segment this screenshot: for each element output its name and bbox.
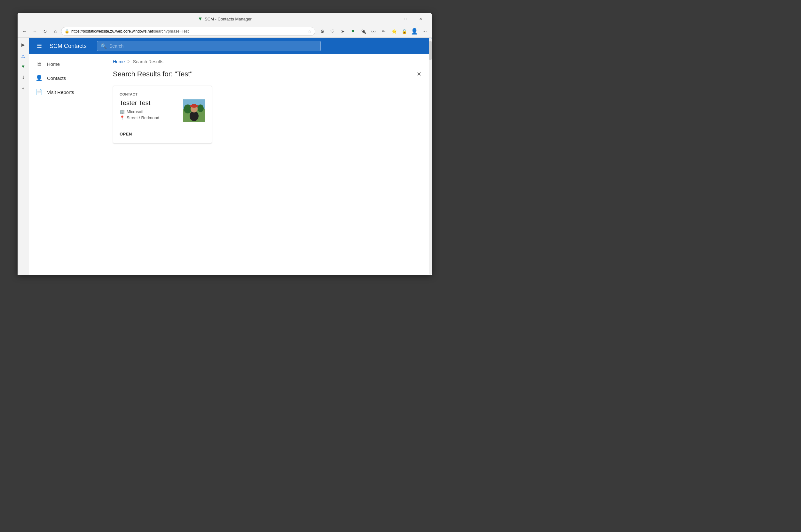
browser-sidebar-strip: ▶ △ ▼ ⇓ +: [18, 38, 29, 275]
search-results-title: Search Results for: "Test": [113, 70, 193, 78]
nav-label-visit-reports: Visit Reports: [47, 90, 74, 95]
search-results-container: Search Results for: "Test" ✕ CONTACT Tes…: [105, 69, 432, 275]
minimize-button[interactable]: −: [382, 14, 397, 24]
nav-item-home[interactable]: 🖥 Home: [29, 57, 105, 71]
lock-icon: 🔒: [65, 29, 69, 34]
breadcrumb: Home > Search Results: [105, 54, 432, 69]
browser-title-text: SCM - Contacts Manager: [205, 17, 252, 21]
avatar-image: [183, 99, 205, 122]
contact-card: CONTACT Tester Test 🏢 Microsoft: [113, 86, 212, 144]
main-content: Home > Search Results Search Results for…: [105, 54, 432, 275]
company-icon: 🏢: [120, 109, 125, 114]
toolbar-icon-shield[interactable]: 🛡: [328, 27, 337, 36]
sidebar-strip-icon-add[interactable]: +: [19, 84, 28, 93]
back-button[interactable]: ←: [20, 27, 29, 36]
sidebar-strip-icon-1[interactable]: ▶: [19, 40, 28, 49]
browser-title: ▼ SCM - Contacts Manager: [198, 16, 252, 22]
url-base: https://bostaticwebsite.z6.web.core.wind…: [71, 29, 153, 34]
toolbar-icon-1[interactable]: ⚙: [318, 27, 327, 36]
url-path: /search?phrase=Test: [153, 29, 189, 34]
refresh-button[interactable]: ↻: [41, 27, 50, 36]
search-bar[interactable]: 🔍: [97, 41, 321, 51]
sidebar-strip-icon-4[interactable]: ⇓: [19, 73, 28, 82]
card-company: 🏢 Microsoft: [120, 109, 178, 114]
nav-label-contacts: Contacts: [47, 75, 66, 81]
sidebar-strip-icon-3[interactable]: ▼: [19, 62, 28, 71]
toolbar-icon-v[interactable]: ▼: [348, 27, 358, 36]
breadcrumb-current: Search Results: [133, 59, 163, 64]
toolbar-icon-code[interactable]: {x}: [369, 27, 378, 36]
svg-rect-7: [192, 104, 196, 107]
nav-item-visit-reports[interactable]: 📄 Visit Reports: [29, 85, 105, 99]
toolbar-icons: ⚙ 🛡 ➤ ▼ 🔌 {x} ✏ ⭐ 🔒 👤 ⋯: [318, 27, 429, 36]
scrollbar-thumb[interactable]: [429, 54, 432, 60]
card-body: Tester Test 🏢 Microsoft 📍 Street / Redmo…: [120, 99, 205, 122]
card-info: Tester Test 🏢 Microsoft 📍 Street / Redmo…: [120, 99, 178, 122]
svg-point-3: [197, 104, 204, 112]
toolbar-icon-star2[interactable]: ⭐: [389, 27, 398, 36]
breadcrumb-home-link[interactable]: Home: [113, 59, 125, 64]
address-text: https://bostaticwebsite.z6.web.core.wind…: [71, 29, 306, 34]
avatar: [183, 99, 205, 122]
breadcrumb-separator: >: [127, 59, 130, 64]
toolbar-icon-profile[interactable]: 👤: [410, 27, 419, 36]
card-type-label: CONTACT: [120, 92, 205, 96]
location-text: Street / Redmond: [127, 115, 159, 120]
card-location: 📍 Street / Redmond: [120, 115, 178, 120]
sidebar-strip-icon-2[interactable]: △: [19, 51, 28, 60]
forward-button[interactable]: →: [30, 27, 39, 36]
maximize-button[interactable]: □: [398, 14, 413, 24]
toolbar-icon-more[interactable]: ⋯: [420, 27, 429, 36]
app-header: ☰ SCM Contacts 🔍: [29, 38, 432, 54]
location-icon: 📍: [120, 115, 125, 120]
search-icon: 🔍: [101, 43, 107, 49]
app-area: ▶ △ ▼ ⇓ + ☰ SCM Contacts 🔍: [18, 38, 432, 275]
toolbar-icon-plug[interactable]: 🔌: [359, 27, 368, 36]
star-icon[interactable]: ☆: [308, 29, 312, 34]
browser-title-icon: ▼: [198, 16, 203, 22]
toolbar-icon-arrow[interactable]: ➤: [338, 27, 347, 36]
window-controls: − □ ✕: [382, 13, 428, 25]
nav-item-contacts[interactable]: 👤 Contacts: [29, 71, 105, 85]
close-search-button[interactable]: ✕: [414, 69, 424, 79]
card-name: Tester Test: [120, 99, 178, 107]
search-input[interactable]: [109, 43, 317, 49]
hamburger-menu[interactable]: ☰: [34, 41, 44, 51]
left-nav: 🖥 Home 👤 Contacts 📄 Visit Reports: [29, 54, 105, 275]
nav-icon-visit-reports: 📄: [36, 89, 42, 96]
nav-icon-home: 🖥: [36, 61, 42, 68]
search-results-header: Search Results for: "Test" ✕: [113, 69, 424, 79]
open-link[interactable]: OPEN: [120, 132, 132, 136]
scrollbar[interactable]: [429, 54, 432, 275]
app-title: SCM Contacts: [50, 43, 87, 50]
nav-label-home: Home: [47, 61, 60, 67]
home-button[interactable]: ⌂: [51, 27, 60, 36]
toolbar-icon-pencil[interactable]: ✏: [379, 27, 388, 36]
card-footer: OPEN: [120, 127, 205, 137]
address-bar[interactable]: 🔒 https://bostaticwebsite.z6.web.core.wi…: [61, 27, 315, 36]
close-button[interactable]: ✕: [413, 14, 428, 24]
browser-titlebar: ▼ SCM - Contacts Manager − □ ✕: [18, 13, 432, 25]
toolbar-icon-lock2[interactable]: 🔒: [400, 27, 409, 36]
nav-icon-contacts: 👤: [36, 74, 42, 81]
company-name: Microsoft: [127, 109, 144, 114]
browser-toolbar: ← → ↻ ⌂ 🔒 https://bostaticwebsite.z6.web…: [18, 25, 432, 38]
